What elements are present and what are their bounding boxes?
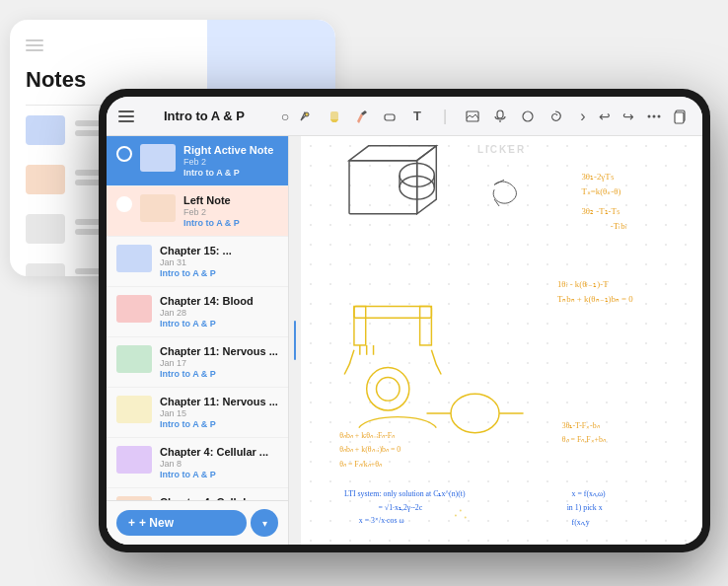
more-options-icon[interactable] [643,106,665,127]
note-thumb [116,396,152,423]
eraser-tool-icon[interactable] [379,106,400,127]
note-title: Chapter 15: ... [160,245,278,256]
svg-rect-22 [354,307,366,345]
note-item[interactable]: Chapter 15: ... Jan 31 Intro to A & P [107,237,288,287]
note-item-left[interactable]: Left Note Feb 2 Intro to A & P [107,186,288,237]
lasso-tool-icon[interactable] [545,106,566,127]
svg-rect-2 [385,114,395,120]
note-title: Chapter 14: Blood [160,295,278,307]
note-item[interactable]: Chapter 14: Blood Jan 28 Intro to A & P [107,287,288,337]
note-date: Jan 31 [160,257,278,267]
note-item-active[interactable]: Right Active Note Feb 2 Intro to A & P [107,136,288,186]
mic-tool-icon[interactable] [489,106,511,127]
svg-text:1θᵢ - k(θᵢ₋₁)-T: 1θᵢ - k(θᵢ₋₁)-T [557,279,609,289]
svg-point-0 [305,112,309,116]
undo-icon[interactable]: ↩ [594,106,616,127]
note-thumb [140,144,176,172]
svg-text:θₙ = Fₙ/kₙ+θₙ: θₙ = Fₙ/kₙ+θₙ [339,460,382,469]
note-check-icon [116,196,132,212]
toolbar-center: T | › [296,106,594,127]
undo-redo-group: ↩ ↪ [594,106,639,127]
note-subtitle: Intro to A & P [160,470,278,479]
panel-divider [289,136,301,545]
note-title: Chapter 11: Nervous ... [160,345,278,357]
pen-tool-icon[interactable] [296,106,318,127]
svg-rect-23 [420,307,432,345]
note-subtitle: Intro to A & P [160,419,278,429]
note-date: Feb 2 [183,157,278,167]
svg-text:-Tᵢbᵢ: -Tᵢbᵢ [611,221,627,231]
note-title: Chapter 4: Cellular ... [160,446,278,458]
copy-icon[interactable] [669,106,691,127]
bg-thumb-2 [26,165,65,194]
main-content: Right Active Note Feb 2 Intro to A & P L… [107,136,702,545]
marker-tool-icon[interactable] [351,106,373,127]
svg-text:Tₓ=k(θₓ-θ): Tₓ=k(θₓ-θ) [581,186,620,196]
toolbar-title: Intro to A & P [142,109,266,123]
svg-point-7 [648,114,651,117]
divider-tool: | [434,106,456,127]
note-date: Jan 28 [160,308,278,318]
note-item-content: Chapter 14: Blood Jan 28 Intro to A & P [160,295,278,329]
svg-text:3θ₂ -T₁-T₅: 3θ₂ -T₁-T₅ [581,206,619,216]
highlighter-tool-icon[interactable] [324,106,345,127]
menu-icon[interactable] [118,110,134,122]
new-button-label: + New [139,516,174,530]
bg-thumb-4 [26,263,65,276]
shape-tool-icon[interactable] [517,106,539,127]
svg-rect-12 [349,161,417,214]
image-tool-icon[interactable] [462,106,483,127]
svg-point-24 [367,368,409,410]
svg-point-8 [653,114,656,117]
svg-text:in 1) pick x: in 1) pick x [567,503,603,512]
note-title: Right Active Note [183,144,278,156]
note-item-content: Chapter 15: ... Jan 31 Intro to A & P [160,245,278,278]
svg-text:x = f(xₙ,ω): x = f(xₙ,ω) [572,489,607,498]
note-date: Jan 8 [160,459,278,469]
bg-hamburger-icon [26,39,43,51]
svg-text:θₙ = Fₙ,Fₓ+bₙ: θₙ = Fₙ,Fₓ+bₙ [562,435,606,444]
note-thumb [140,194,176,222]
note-date: Jan 15 [160,408,278,418]
svg-point-40 [465,516,467,518]
plus-icon: + [128,516,135,530]
new-note-button[interactable]: + + New [116,510,247,536]
handwriting-canvas[interactable]: 3θ₁-2γT₅ Tₓ=k(θₓ-θ) 3θ₂ -T₁-T₅ -Tᵢbᵢ 1θᵢ… [301,136,702,545]
note-canvas[interactable]: LICKER [301,136,702,545]
svg-text:3θ₁-2γT₅: 3θ₁-2γT₅ [581,172,614,182]
svg-rect-4 [497,110,503,118]
main-device: Intro to A & P ○ T | [99,89,710,552]
svg-text:f(xₙ,y: f(xₙ,y [572,518,590,527]
svg-text:3θ₁-T-Fₓ-bₙ: 3θ₁-T-Fₓ-bₙ [562,421,600,430]
new-note-dropdown[interactable]: ▾ [251,509,278,537]
note-subtitle: Intro to A & P [183,168,278,178]
note-thumb [116,245,152,272]
note-thumb [116,345,152,373]
note-item[interactable]: Chapter 11: Nervous ... Jan 15 Intro to … [107,388,288,438]
note-check-icon [116,146,132,162]
svg-point-25 [376,377,400,401]
svg-point-39 [460,510,462,512]
note-subtitle: Intro to A & P [183,218,278,228]
note-subtitle: Intro to A & P [160,268,278,278]
svg-text:x = 3ˣ/x·cos ω: x = 3ˣ/x·cos ω [359,516,404,525]
toolbar: Intro to A & P ○ T | [107,97,702,136]
note-date: Jan 17 [160,358,278,368]
redo-icon[interactable]: ↪ [618,106,639,127]
note-list[interactable]: Right Active Note Feb 2 Intro to A & P L… [107,136,289,545]
note-title: Left Note [183,194,278,206]
circle-icon[interactable]: ○ [274,106,296,127]
bg-thumb-1 [26,115,65,145]
note-subtitle: Intro to A & P [160,369,278,379]
note-subtitle: Intro to A & P [160,319,278,329]
svg-point-38 [455,514,457,516]
text-tool-icon[interactable]: T [406,106,428,127]
note-item[interactable]: Chapter 4: Cellular ... Jan 8 Intro to A… [107,438,288,488]
svg-text:θₙbₙ + k(θₙ₋ᵢ)bₙ = 0: θₙbₙ + k(θₙ₋ᵢ)bₙ = 0 [339,445,400,454]
device-screen: Intro to A & P ○ T | [107,97,702,545]
svg-point-9 [658,114,661,117]
note-item[interactable]: Chapter 11: Nervous ... Jan 17 Intro to … [107,337,288,388]
note-item-content: Left Note Feb 2 Intro to A & P [183,194,278,228]
chevron-right-icon[interactable]: › [572,106,594,127]
note-item-content: Chapter 11: Nervous ... Jan 15 Intro to … [160,396,278,429]
